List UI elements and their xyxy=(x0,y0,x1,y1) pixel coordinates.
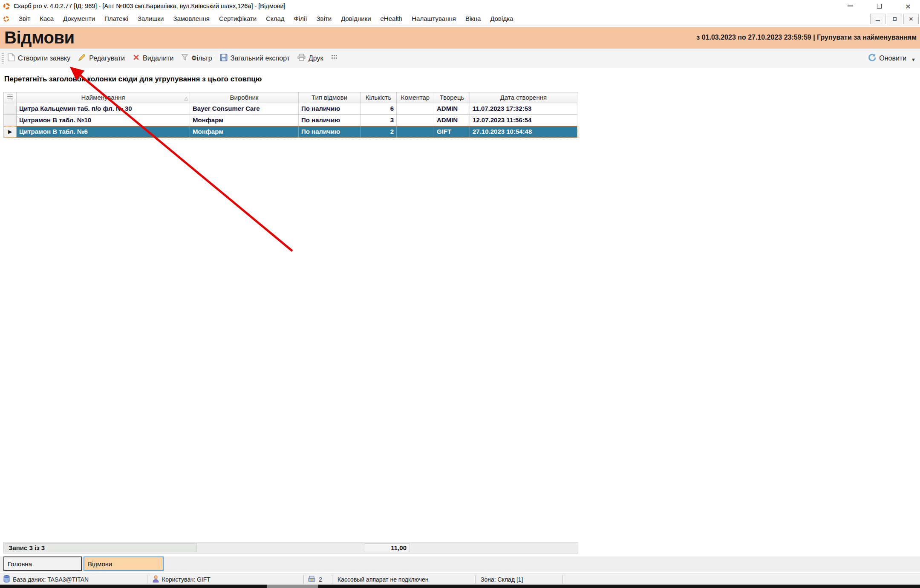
window-title: Скарб pro v. 4.0.2.77 [ІД: 969] - [Апт №… xyxy=(14,3,286,9)
mdi-minimize-button[interactable] xyxy=(870,14,885,24)
sort-ascending-icon: △ xyxy=(185,93,188,103)
app-logo-small-icon xyxy=(3,16,9,22)
menu-item-8[interactable]: Філії xyxy=(289,12,312,26)
table-row-0[interactable]: Цитра Кальцемин таб. п/о фл. № 30Bayer C… xyxy=(4,103,578,115)
user-icon xyxy=(153,575,159,584)
columns-icon xyxy=(331,54,338,63)
cell-name: Цитра Кальцемин таб. п/о фл. № 30 xyxy=(17,103,190,115)
group-by-hint: Перетягніть заголовок колонки сюди для у… xyxy=(4,75,262,84)
mdi-close-button[interactable]: × xyxy=(903,14,919,24)
bottom-tab-0[interactable]: Головна xyxy=(3,556,82,571)
menu-item-5[interactable]: Замовлення xyxy=(168,12,214,26)
column-header-quantity[interactable]: Кількість xyxy=(361,92,397,103)
column-header-comment[interactable]: Коментар xyxy=(397,92,434,103)
close-icon: × xyxy=(906,2,911,11)
menu-item-6[interactable]: Сертифікати xyxy=(214,12,261,26)
cell-comment xyxy=(397,103,434,115)
create-request-button[interactable]: Створити заявку xyxy=(4,51,74,66)
filter-button[interactable]: Фільтр xyxy=(177,51,216,66)
app-logo-icon xyxy=(3,3,10,9)
refresh-icon xyxy=(868,53,876,63)
menu-item-13[interactable]: Вікна xyxy=(461,12,486,26)
floppy-disk-icon xyxy=(220,54,228,63)
menu-item-1[interactable]: Каса xyxy=(35,12,58,26)
cell-creator: ADMIN xyxy=(434,115,470,126)
export-button[interactable]: Загальний експорт xyxy=(216,51,294,66)
table-row-2[interactable]: ▶Цитрамон В табл. №6МонфармПо наличию2GI… xyxy=(4,126,578,138)
menu-item-4[interactable]: Залишки xyxy=(133,12,169,26)
new-document-icon xyxy=(8,53,15,63)
print-button[interactable]: Друк xyxy=(294,51,327,66)
cell-creator: ADMIN xyxy=(434,103,470,115)
mdi-close-icon: × xyxy=(909,15,913,23)
menu-item-3[interactable]: Платежі xyxy=(100,12,133,26)
menu-item-10[interactable]: Довідники xyxy=(336,12,375,26)
statusbar-user-section: Користувач: GIFT xyxy=(153,574,211,585)
minimize-button[interactable] xyxy=(844,1,856,11)
statusbar-separator xyxy=(475,575,476,584)
current-row-marker: ▶ xyxy=(4,126,17,138)
cell-name: Цитрамон В табл. №6 xyxy=(17,126,190,138)
close-button[interactable]: × xyxy=(902,1,914,11)
bottom-tab-1-active[interactable]: Відмови xyxy=(84,556,164,571)
delete-button[interactable]: Видалити xyxy=(129,51,177,66)
toolbar: Створити заявку Редагувати Видалити Філь… xyxy=(0,49,920,68)
minimize-icon xyxy=(848,6,853,6)
statusbar-separator xyxy=(332,575,332,584)
statusbar-database-section: База даних: TASA3@TITAN xyxy=(3,574,89,585)
bottom-tabs-bar: ГоловнаВідмови xyxy=(0,556,920,572)
cell-created-at: 11.07.2023 17:32:53 xyxy=(470,103,577,115)
funnel-icon xyxy=(181,54,188,63)
record-counter: Запис 3 із 3 xyxy=(5,543,197,552)
menu-item-14[interactable]: Довідка xyxy=(485,12,518,26)
menu-item-2[interactable]: Документи xyxy=(58,12,100,26)
edit-button[interactable]: Редагувати xyxy=(74,51,129,66)
cell-refusal-type: По наличию xyxy=(299,115,361,126)
restore-button[interactable] xyxy=(873,1,885,11)
period-and-grouping-label: з 01.03.2023 по 27.10.2023 23:59:59 | Гр… xyxy=(696,34,917,41)
column-header-creator[interactable]: Творець xyxy=(434,92,470,103)
grid-header-row: Найменування△ВиробникТип відмовиКількіст… xyxy=(4,92,578,103)
mdi-restore-button[interactable] xyxy=(887,14,902,24)
menu-item-11[interactable]: eHealth xyxy=(376,12,407,26)
menu-bar-items: ЗвітКасаДокументиПлатежіЗалишкиЗамовленн… xyxy=(14,12,518,26)
column-header-producer[interactable]: Виробник xyxy=(190,92,299,103)
menu-item-9[interactable]: Звіти xyxy=(312,12,337,26)
grid-footer: Запис 3 із 3 11,00 xyxy=(3,542,578,553)
cell-comment xyxy=(397,126,434,138)
taskbar-segment xyxy=(267,585,318,588)
column-header-created-at[interactable]: Дата створення xyxy=(470,92,577,103)
quantity-total: 11,00 xyxy=(364,543,410,552)
grid-body: Цитра Кальцемин таб. п/о фл. № 30Bayer C… xyxy=(4,103,578,138)
statusbar-separator xyxy=(147,575,147,584)
refresh-dropdown-caret[interactable]: ▼ xyxy=(911,57,916,62)
menu-bar: ЗвітКасаДокументиПлатежіЗалишкиЗамовленн… xyxy=(0,12,920,26)
cell-name: Цитрамон В табл. №10 xyxy=(17,115,190,126)
menu-item-7[interactable]: Склад xyxy=(261,12,289,26)
statusbar-separator xyxy=(303,575,304,584)
statusbar-separator xyxy=(562,575,563,584)
statusbar-devices-section: 2 xyxy=(308,574,322,585)
refresh-button[interactable]: Оновити ▼ xyxy=(868,53,916,63)
table-row-1[interactable]: Цитрамон В табл. №10МонфармПо наличию3AD… xyxy=(4,115,578,126)
page-title: Відмови xyxy=(4,28,75,47)
database-icon xyxy=(3,575,10,584)
annotation-arrow xyxy=(0,0,920,588)
restore-icon xyxy=(877,4,882,9)
red-x-icon xyxy=(133,54,140,63)
title-bar: Скарб pro v. 4.0.2.77 [ІД: 969] - [Апт №… xyxy=(0,0,920,12)
cell-comment xyxy=(397,115,434,126)
cell-producer: Монфарм xyxy=(190,115,299,126)
cell-producer: Монфарм xyxy=(190,126,299,138)
taskbar-strip xyxy=(0,585,920,588)
cell-created-at: 27.10.2023 10:54:48 xyxy=(470,126,577,138)
cell-refusal-type: По наличию xyxy=(299,126,361,138)
printer-icon xyxy=(297,54,306,63)
menu-item-12[interactable]: Налаштування xyxy=(407,12,461,26)
column-header-name[interactable]: Найменування△ xyxy=(17,92,190,103)
mdi-minimize-icon xyxy=(876,20,880,21)
cell-quantity: 6 xyxy=(361,103,397,115)
column-header-refusal-type[interactable]: Тип відмови xyxy=(299,92,361,103)
menu-item-0[interactable]: Звіт xyxy=(14,12,35,26)
column-chooser-button[interactable] xyxy=(327,51,342,66)
